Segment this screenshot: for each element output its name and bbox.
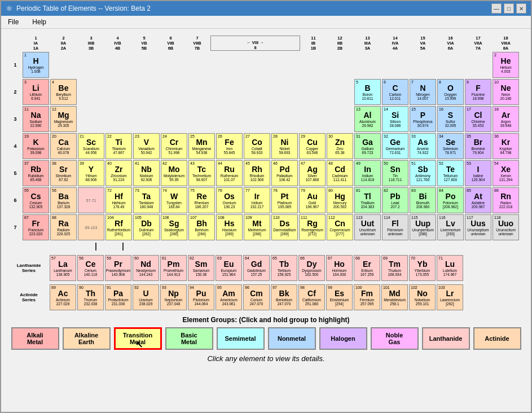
element-Ir[interactable]: 77 Ir Iridium 192.217 [244,187,270,213]
element-Ta[interactable]: 73 Ta Tantalum 180.948 [133,187,160,213]
element-Tm[interactable]: 69 Tm Thulium 168.934 [381,255,408,281]
maximize-button[interactable]: □ [504,3,514,14]
element-Mt[interactable]: 109 Mt Meitnerium [268] [244,214,270,240]
element-Tc[interactable]: 43 Tc Technetium 98.907 [188,160,215,186]
element-Pu[interactable]: 94 Pu Plutonium 244.064 [188,284,214,310]
noble-gas-group[interactable]: NobleGas [371,327,419,350]
element-Ni[interactable]: 28 Ni Nickel 58.693 [271,133,298,159]
element-Bk[interactable]: 97 Bk Berkelium 247.070 [271,284,297,310]
element-Es[interactable]: 99 Es Einsteinium [254] [326,284,353,310]
element-Ce[interactable]: 58 Ce Cerium 140.116 [77,255,104,281]
element-Np[interactable]: 93 Np Neptunium 237.048 [160,284,187,310]
element-Ho[interactable]: 67 Ho Holmium 164.930 [326,255,353,281]
element-Ne[interactable]: 10 Ne Neon 20.180 [493,79,519,105]
element-At[interactable]: 85 At Astatine 209.987 [465,187,491,213]
element-Ac[interactable]: 89 Ac Actinium 227.028 [50,284,76,310]
element-Br[interactable]: 35 Br Bromine 79.904 [465,133,491,159]
element-Te[interactable]: 52 Te Tellurium 127.600 [437,160,464,186]
element-Tb[interactable]: 65 Tb Terbium 158.925 [271,255,297,281]
element-Ar[interactable]: 18 Ar Argon 39.948 [493,106,519,132]
element-Dy[interactable]: 66 Dy Dysprosium 162.500 [298,255,325,281]
element-Fr[interactable]: 87 Fr Francium 223.020 [23,214,49,240]
element-La[interactable]: 57 La Lanthanum 138.905 [50,255,76,281]
element-Hf[interactable]: 72 Hf Hafnium 178.49 [105,187,132,213]
element-Fm[interactable]: 100 Fm Fermium 257.095 [354,284,380,310]
nonmetal-group[interactable]: Nonmetal [268,327,316,350]
element-Md[interactable]: 101 Md Mendelevium 258.1 [381,284,408,310]
element-Cn[interactable]: 112 Cn Copernicium [277] [327,214,353,240]
element-F[interactable]: 9 F Fluorine 18.998 [465,79,491,105]
element-Ag[interactable]: 47 Ag Silver 107.868 [299,160,326,186]
element-Sb[interactable]: 51 Sb Antimony 121.760 [410,160,436,186]
element-As[interactable]: 33 As Arsenic 74.922 [410,133,436,159]
element-Ca[interactable]: 20 Ca Calcium 40.078 [50,133,77,159]
element-Na[interactable]: 11 Na Sodium 22.990 [23,106,49,132]
element-Au[interactable]: 79 Au Gold 196.967 [299,187,326,213]
help-menu[interactable]: Help [30,17,49,27]
element-Os[interactable]: 76 Os Osmium 190.23 [216,187,243,213]
element-No[interactable]: 102 No Nobelium 259.101 [409,284,436,310]
element-Lr[interactable]: 103 Lr Lawrencium [262] [437,284,463,310]
element-Re[interactable]: 75 Re Rhenium 186.207 [188,187,215,213]
element-Fe[interactable]: 26 Fe Iron 55.845 [216,133,243,159]
element-Hs[interactable]: 108 Hs Hassium [269] [216,214,243,240]
element-Ru[interactable]: 44 Ru Ruthenium 101.07 [216,160,243,186]
element-Bh[interactable]: 107 Bh Bohrium [264] [188,214,215,240]
element-Lv[interactable]: 116 Lv Livermorium [293] [437,214,464,240]
element-Fl[interactable]: 114 Fl Flerovium unknown [382,214,408,240]
file-menu[interactable]: File [6,17,21,27]
element-Si[interactable]: 14 Si Silicon 28.086 [382,106,408,132]
element-Uuo[interactable]: 118 Uuo Ununoctium unknown [493,214,519,240]
element-W[interactable]: 74 W Tungsten 183.84 [161,187,187,213]
element-Cu[interactable]: 29 Cu Copper 63.546 [299,133,326,159]
element-U[interactable]: 92 U Uranium 238.029 [133,284,159,310]
element-Ra[interactable]: 88 Ra Radium 226.025 [50,214,77,240]
element-Cs[interactable]: 55 Cs Cesium 132.905 [23,187,49,213]
element-H[interactable]: 1 H Hydrogen 1.008 [23,52,49,78]
close-button[interactable]: ✕ [516,3,526,14]
element-Mg[interactable]: 12 Mg Magnesium 24.305 [50,106,77,132]
element-Gd[interactable]: 64 Gd Gadolinium 157.25 [243,255,270,281]
transition-metal-group[interactable]: TransitionMetal ↖ [114,327,162,350]
element-In[interactable]: 49 In Indium 114.818 [354,160,381,186]
lanthanide-group[interactable]: Lanthanide [422,327,470,350]
element-Uus[interactable]: 117 Uus Ununseptium unknown [465,214,491,240]
element-Rn[interactable]: 86 Rn Radon 222.018 [493,187,519,213]
element-Rf[interactable]: 104 Rf Rutherfordium [261] [105,214,132,240]
element-Eu[interactable]: 63 Eu Europium 151.964 [216,255,242,281]
element-Rb[interactable]: 37 Rb Rubidium 85.468 [23,160,49,186]
element-Bi[interactable]: 83 Bi Bismuth 208.980 [410,187,436,213]
element-Er[interactable]: 68 Er Erbium 167.259 [354,255,380,281]
element-Al[interactable]: 13 Al Aluminum 26.982 [354,106,381,132]
element-Cf[interactable]: 98 Cf Californium 251.080 [298,284,325,310]
element-Rh[interactable]: 45 Rh Rhodium 102.906 [244,160,270,186]
element-Sm[interactable]: 62 Sm Samarium 150.36 [188,255,214,281]
element-Ga[interactable]: 31 Ga Gallium 69.723 [354,133,381,159]
element-Tl[interactable]: 81 Tl Thallium 204.383 [354,187,381,213]
element-Ti[interactable]: 22 Ti Titanium 47.867 [105,133,132,159]
element-Pt[interactable]: 78 Pt Platinum 195.085 [271,187,298,213]
element-Am[interactable]: 95 Am Americium 243.061 [216,284,242,310]
alkaline-earth-group[interactable]: AlkalineEarth [63,327,111,350]
element-Pb[interactable]: 82 Pb Lead 207.2 [382,187,408,213]
element-Be[interactable]: 4 Be Beryllium 9.012 [50,79,77,105]
element-B[interactable]: 5 B Boron 10.811 [354,79,381,105]
element-Sr[interactable]: 38 Sr Strontium 87.62 [50,160,77,186]
element-Y[interactable]: 39 Y Yttrium 88.906 [78,160,104,186]
basic-metal-group[interactable]: BasicMetal [165,327,213,350]
element-S[interactable]: 16 S Sulfur 32.065 [437,106,464,132]
element-N[interactable]: 7 N Nitrogen 14.007 [410,79,436,105]
element-Lu[interactable]: 71 Lu Lutetium 174.967 [437,255,463,281]
element-I[interactable]: 53 I Iodine 126.904 [465,160,491,186]
element-Ds[interactable]: 110 Ds Darmstadtium [269] [271,214,298,240]
element-Cl[interactable]: 17 Cl Chlorine 35.453 [465,106,491,132]
element-Co[interactable]: 27 Co Cobalt 58.933 [244,133,270,159]
element-V[interactable]: 23 V Vanadium 50.942 [133,133,160,159]
element-Uup[interactable]: 115 Uup Ununpentium [288] [410,214,436,240]
element-Pd[interactable]: 46 Pd Palladium 106.42 [271,160,298,186]
element-K[interactable]: 19 K Potassium 39.098 [23,133,49,159]
element-Sn[interactable]: 50 Sn Tin 118.711 [382,160,408,186]
element-P[interactable]: 15 P Phosphorus 30.974 [410,106,436,132]
element-Ge[interactable]: 32 Ge Germanium 72.631 [382,133,408,159]
minimize-button[interactable]: — [491,3,502,14]
